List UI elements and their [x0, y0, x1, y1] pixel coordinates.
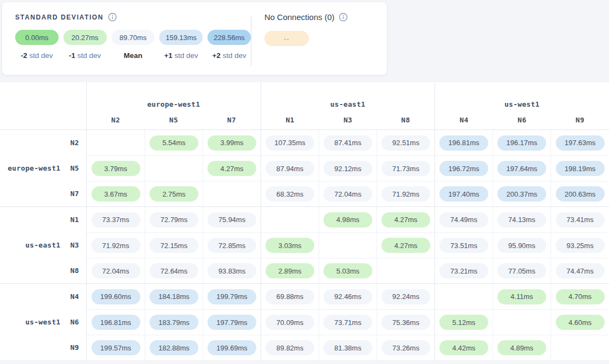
latency-cell: 197.79ms	[203, 310, 261, 335]
info-icon[interactable]	[108, 12, 117, 22]
latency-pill: 199.60ms	[92, 289, 140, 304]
matrix-row-N5: 3.79ms4.27ms87.94ms92.12ms71.73ms196.72m…	[87, 155, 609, 181]
latency-pill: 71.92ms	[381, 186, 430, 202]
column-region-label: europe-west1	[87, 100, 261, 108]
latency-cell: 74.13ms	[493, 207, 550, 232]
self-cell	[377, 258, 435, 283]
latency-pill: 197.63ms	[556, 135, 605, 151]
info-icon[interactable]	[339, 12, 348, 22]
latency-pill: 5.12ms	[439, 315, 488, 330]
no-connections-pill: --	[264, 31, 309, 46]
matrix-row-N7: 3.67ms2.75ms68.32ms72.04ms71.92ms197.40m…	[87, 181, 609, 206]
latency-pill: 74.13ms	[497, 212, 546, 227]
latency-pill: 196.81ms	[439, 135, 488, 151]
matrix-row-N2: 5.54ms3.99ms107.35ms87.41ms92.51ms196.81…	[87, 130, 609, 155]
latency-cell: 73.51ms	[435, 233, 493, 258]
legend-labels: -2 std dev-1 std devMean+1 std dev+2 std…	[15, 51, 251, 60]
latency-cell: 70.09ms	[261, 310, 319, 335]
latency-pill: 73.37ms	[92, 212, 140, 227]
latency-cell: 197.63ms	[550, 130, 609, 155]
latency-pill: 4.11ms	[497, 289, 546, 304]
latency-matrix: europe-west1N2N5N7us-east1N1N3N8us-west1…	[0, 82, 609, 360]
latency-pill: 72.15ms	[150, 238, 198, 253]
latency-cell: 74.49ms	[435, 207, 493, 232]
self-cell	[145, 156, 203, 181]
latency-pill: 93.83ms	[208, 263, 256, 278]
row-region-label: us-west1	[25, 318, 61, 326]
latency-cell: 199.60ms	[87, 284, 145, 309]
std-deviation-title: STANDARD DEVIATION	[15, 14, 103, 21]
latency-cell: 199.69ms	[203, 335, 261, 360]
column-node-row: N1N3N8	[261, 116, 435, 124]
latency-pill: 72.04ms	[323, 186, 372, 202]
legend-pill: 159.13ms	[159, 30, 203, 45]
latency-cell: 4.60ms	[550, 310, 609, 335]
self-cell	[435, 284, 493, 309]
row-group-label: N1us-east1N3N8	[0, 207, 87, 283]
row-group-rows: 5.54ms3.99ms107.35ms87.41ms92.51ms196.81…	[87, 130, 609, 206]
self-cell	[87, 130, 145, 155]
latency-cell: 87.94ms	[261, 156, 319, 181]
latency-pill: 73.51ms	[439, 238, 488, 253]
column-node-row: N2N5N7	[87, 116, 261, 124]
row-group-rows: 73.37ms72.79ms75.94ms4.98ms4.27ms74.49ms…	[87, 207, 609, 283]
legend-pill: 89.70ms	[112, 30, 155, 45]
latency-pill: 197.40ms	[439, 186, 488, 202]
latency-cell: 73.21ms	[435, 258, 493, 283]
latency-pill: 4.42ms	[439, 340, 488, 355]
latency-pill: 196.72ms	[439, 161, 488, 176]
legend-label: -1 std dev	[63, 51, 107, 60]
latency-cell: 4.98ms	[319, 207, 377, 232]
row-group-us-east1: N1us-east1N3N873.37ms72.79ms75.94ms4.98m…	[0, 206, 609, 283]
row-node-label: N5	[70, 164, 79, 172]
latency-pill: 93.25ms	[556, 238, 605, 253]
latency-cell: 3.67ms	[87, 181, 145, 206]
latency-cell: 89.82ms	[261, 335, 319, 360]
latency-cell: 200.63ms	[550, 181, 609, 206]
latency-cell: 75.94ms	[203, 207, 261, 232]
latency-pill: 77.05ms	[497, 263, 546, 278]
row-group-us-west1: N4us-west1N6N9199.60ms184.18ms199.79ms69…	[0, 283, 609, 360]
latency-pill: 200.37ms	[497, 186, 546, 202]
latency-cell: 5.03ms	[319, 258, 377, 283]
column-node-label: N5	[145, 116, 203, 124]
self-cell	[261, 207, 319, 232]
latency-cell: 74.47ms	[550, 258, 609, 283]
legend-label: +1 std dev	[159, 51, 203, 60]
latency-pill: 3.03ms	[265, 238, 314, 253]
latency-cell: 196.81ms	[435, 130, 493, 155]
matrix-body: N2europe-west1N5N75.54ms3.99ms107.35ms87…	[0, 130, 609, 360]
latency-cell: 4.89ms	[493, 335, 550, 360]
latency-pill: 4.60ms	[556, 315, 605, 330]
latency-pill: 73.71ms	[323, 315, 372, 330]
latency-cell: 73.71ms	[319, 310, 377, 335]
column-node-label: N9	[551, 116, 609, 124]
column-node-label: N2	[87, 116, 145, 124]
column-group-us-east1: us-east1N1N3N8	[261, 82, 435, 129]
no-connections-title: No Connections (0)	[264, 12, 334, 22]
latency-cell: 81.38ms	[319, 335, 377, 360]
matrix-row-N3: 71.92ms72.15ms72.85ms3.03ms4.27ms73.51ms…	[87, 232, 609, 258]
column-node-label: N7	[203, 116, 261, 124]
self-cell	[493, 310, 550, 335]
latency-pill: 2.89ms	[265, 263, 314, 278]
latency-pill: 196.17ms	[497, 135, 546, 151]
row-node-label: N8	[70, 266, 79, 275]
latency-pill: 87.94ms	[265, 161, 314, 176]
latency-cell: 199.57ms	[87, 335, 145, 360]
latency-cell: 4.27ms	[377, 233, 435, 258]
latency-cell: 2.89ms	[261, 258, 319, 283]
legend-card: STANDARD DEVIATION 0.00ms20.27ms89.70ms1…	[2, 2, 387, 75]
row-node-label: N2	[70, 139, 79, 147]
latency-pill: 72.79ms	[150, 212, 198, 227]
latency-cell: 198.19ms	[550, 156, 609, 181]
row-node-label: N9	[70, 343, 79, 352]
row-label-cell: N8	[0, 258, 86, 283]
latency-pill: 4.27ms	[208, 161, 256, 176]
std-deviation-section: STANDARD DEVIATION 0.00ms20.27ms89.70ms1…	[2, 2, 251, 75]
latency-cell: 93.83ms	[203, 258, 261, 283]
latency-pill: 74.49ms	[439, 212, 488, 227]
latency-cell: 200.37ms	[493, 181, 550, 206]
legend-pill: 0.00ms	[15, 30, 59, 45]
latency-cell: 95.90ms	[493, 233, 550, 258]
